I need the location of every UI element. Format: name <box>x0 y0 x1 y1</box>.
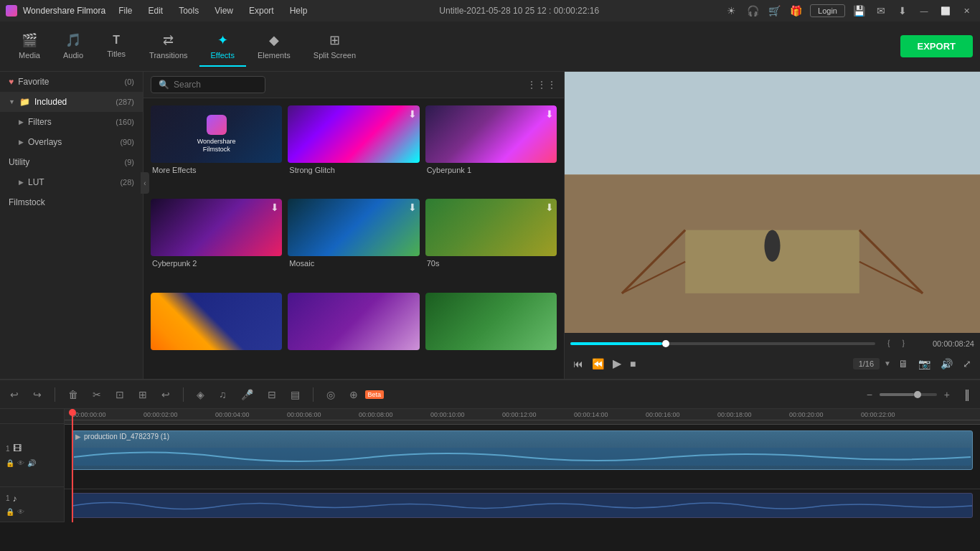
crop-button[interactable]: ⊡ <box>111 386 128 403</box>
zoom-in-button[interactable]: + <box>940 386 954 403</box>
search-input[interactable] <box>174 80 245 90</box>
play-button[interactable]: ▶ <box>610 354 624 373</box>
included-arrow: ▼ <box>9 98 15 105</box>
elements-icon: ◆ <box>269 32 279 48</box>
right-bracket-btn[interactable]: ｝ <box>898 337 913 349</box>
sidebar-item-lut[interactable]: ▶ LUT (28) <box>0 172 143 192</box>
toolbar-split-screen[interactable]: ⊞ Split Screen <box>302 27 367 67</box>
minimize-button[interactable]: — <box>917 4 931 18</box>
sun-icon[interactable]: ☀ <box>724 4 738 18</box>
rewind-button[interactable]: ⏪ <box>589 355 607 372</box>
effect-70s[interactable]: ⬇ 70s <box>425 199 557 286</box>
effects-icon: ✦ <box>217 32 228 48</box>
sidebar: ♥ Favorite (0) ▼ 📁 Included (287) ▶ Filt… <box>0 72 143 379</box>
sidebar-item-included[interactable]: ▼ 📁 Included (287) <box>0 92 143 112</box>
volume-btn[interactable]: 🔊 <box>938 355 956 372</box>
freeze-frame-button[interactable]: ‖ <box>960 385 974 404</box>
sidebar-item-filmstock[interactable]: Filmstock <box>0 192 143 212</box>
timeline-tracks[interactable]: 00:00:00:00 00:00:02:00 00:00:04:00 00:0… <box>65 409 980 522</box>
login-button[interactable]: Login <box>810 4 845 17</box>
download-icon[interactable]: ⬇ <box>895 4 910 18</box>
menu-export[interactable]: Export <box>242 4 281 17</box>
effect-more-effects[interactable]: WondershareFilmstock More Effects <box>151 105 282 193</box>
effect-mosaic[interactable]: ⬇ Mosaic <box>288 199 419 286</box>
toolbar-audio[interactable]: 🎵 Audio <box>52 27 95 67</box>
zoom-slider-thumb <box>914 391 921 398</box>
playhead[interactable] <box>72 409 73 522</box>
zoom-slider[interactable] <box>880 393 937 396</box>
close-button[interactable]: ✕ <box>960 4 974 18</box>
gift-icon[interactable]: 🎁 <box>788 4 803 18</box>
lock-icon[interactable]: 🔒 <box>6 459 14 467</box>
page-indicator[interactable]: 1/16 <box>853 358 880 369</box>
seekbar-thumb[interactable] <box>662 340 669 347</box>
effect-9[interactable] <box>425 293 557 372</box>
seekbar[interactable] <box>570 342 875 345</box>
sidebar-item-overlays[interactable]: ▶ Overlays (90) <box>0 132 143 152</box>
audio-fx-button[interactable]: ♫ <box>215 386 231 403</box>
sidebar-item-utility[interactable]: Utility (9) <box>0 152 143 172</box>
toolbar-elements[interactable]: ◆ Elements <box>246 27 302 67</box>
export-button[interactable]: EXPORT <box>900 35 973 57</box>
video-clip[interactable]: ▶ production ID_4782379 (1) <box>72 430 973 470</box>
grid-view-icon[interactable]: ⋮⋮⋮ <box>527 79 557 90</box>
menu-tools[interactable]: Tools <box>171 4 206 17</box>
zoom-out-button[interactable]: − <box>862 386 877 403</box>
toolbar-transitions[interactable]: ⇄ Transitions <box>138 27 199 67</box>
video-svg <box>565 72 980 333</box>
main-area: ♥ Favorite (0) ▼ 📁 Included (287) ▶ Filt… <box>0 72 980 379</box>
mark-in-button[interactable]: ↩ <box>157 386 174 403</box>
audio-eye-icon[interactable]: 👁 <box>17 508 24 516</box>
sidebar-item-filters[interactable]: ▶ Filters (160) <box>0 112 143 132</box>
effect-strong-glitch[interactable]: ⬇ Strong Glitch <box>288 105 419 193</box>
monitor-btn[interactable]: 🖥 <box>895 355 911 372</box>
toolbar-effects[interactable]: ✦ Effects <box>199 27 246 67</box>
subtitle-button[interactable]: ▤ <box>286 386 304 403</box>
redo-button[interactable]: ↪ <box>29 386 46 403</box>
zoom-fit-button[interactable]: ⊞ <box>134 386 151 403</box>
toolbar-titles[interactable]: T Titles <box>95 28 138 65</box>
motion-track-button[interactable]: ◎ <box>322 386 339 403</box>
menu-edit[interactable]: Edit <box>141 4 171 17</box>
maximize-button[interactable]: ⬜ <box>938 4 953 18</box>
download-icon4: ⬇ <box>408 202 417 213</box>
color-button[interactable]: ◈ <box>192 386 209 403</box>
sidebar-collapse-btn[interactable]: ‹ <box>141 172 149 194</box>
titlebar-left: Wondershare Filmora File Edit Tools View… <box>6 4 314 17</box>
folder-icon: 📁 <box>19 97 30 107</box>
screenshot-btn[interactable]: 📷 <box>915 355 933 372</box>
video-track-label: 1 🎞 🔒 👁 🔊 <box>0 424 64 487</box>
scissors-button[interactable]: ✂ <box>88 386 105 403</box>
pip-button[interactable]: ⊟ <box>263 386 281 403</box>
menu-help[interactable]: Help <box>283 4 315 17</box>
headphone-icon[interactable]: 🎧 <box>745 4 760 18</box>
timecode-4: 00:00:08:00 <box>359 411 393 418</box>
fullscreen-btn[interactable]: ⤢ <box>960 355 974 372</box>
mic-button[interactable]: 🎤 <box>237 386 258 403</box>
left-bracket-btn[interactable]: ｛ <box>880 337 894 349</box>
lut-label: LUT <box>28 177 44 187</box>
mail-icon[interactable]: ✉ <box>874 4 888 18</box>
trash-button[interactable]: 🗑 <box>64 386 83 403</box>
menu-file[interactable]: File <box>111 4 139 17</box>
effect-7[interactable] <box>151 293 282 372</box>
speaker-icon[interactable]: 🔊 <box>27 459 36 467</box>
effect-8[interactable] <box>288 293 419 372</box>
strong-glitch-name: Strong Glitch <box>288 163 419 177</box>
menu-view[interactable]: View <box>207 4 240 17</box>
save-icon[interactable]: 💾 <box>852 4 867 18</box>
audio-clip[interactable] <box>72 493 973 518</box>
stabilize-button[interactable]: ⊕ <box>345 386 362 403</box>
sidebar-item-favorite[interactable]: ♥ Favorite (0) <box>0 72 143 92</box>
effect9-name <box>425 350 557 356</box>
cart-icon[interactable]: 🛒 <box>767 4 781 18</box>
effect-cyberpunk1[interactable]: ⬇ Cyberpunk 1 <box>425 105 557 193</box>
undo-button[interactable]: ↩ <box>6 386 23 403</box>
step-back-button[interactable]: ⏮ <box>570 355 586 372</box>
eye-icon[interactable]: 👁 <box>17 459 24 467</box>
stop-button[interactable]: ■ <box>627 355 639 372</box>
effect-cyberpunk2[interactable]: ⬇ Cyberpunk 2 <box>151 199 282 286</box>
toolbar-media[interactable]: 🎬 Media <box>7 27 52 67</box>
audio-lock-icon[interactable]: 🔒 <box>6 508 14 516</box>
page-arrow[interactable]: ▼ <box>884 359 891 367</box>
